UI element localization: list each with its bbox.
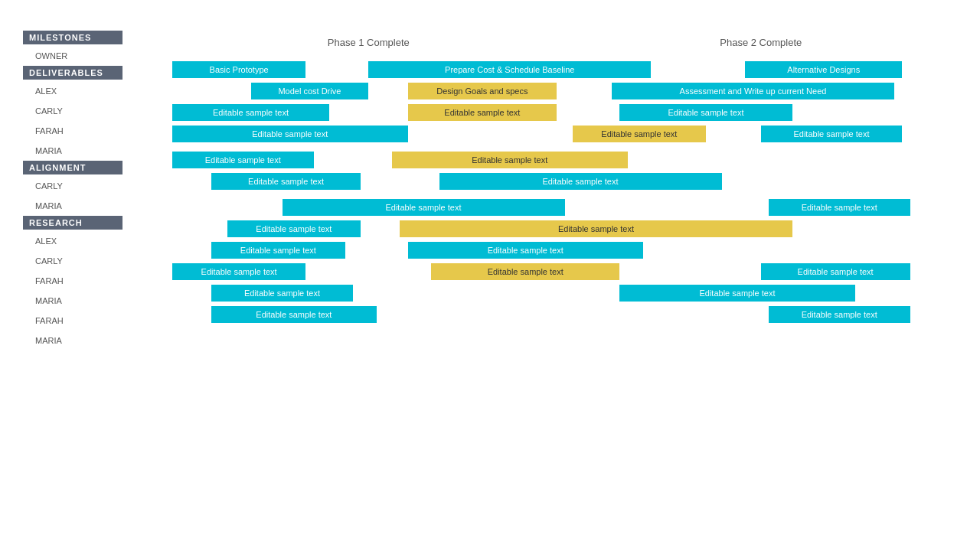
owner-label: MARIA — [23, 291, 172, 311]
owner-label: MARIA — [23, 141, 172, 161]
bar-item[interactable]: Editable sample text — [769, 199, 910, 216]
timeline: Phase 1 CompletePhase 2 CompleteBasic Pr… — [172, 31, 957, 350]
bar-item[interactable]: Editable sample text — [211, 242, 345, 259]
section-header: RESEARCH — [23, 216, 122, 230]
bar-item[interactable]: Editable sample text — [573, 126, 706, 142]
owner-label: CARLY — [23, 176, 172, 196]
bar-item[interactable]: Editable sample text — [283, 199, 565, 216]
bar-row: Editable sample textEditable sample text — [172, 240, 957, 260]
section-header: ALIGNMENT — [23, 161, 122, 174]
owner-label: CARLY — [23, 251, 172, 271]
owner-label: CARLY — [23, 101, 172, 121]
bar-item[interactable]: Editable sample text — [211, 285, 353, 302]
bar-row: Model cost DriveDesign Goals and specsAs… — [172, 81, 957, 101]
phase1-label: Phase 1 Complete — [172, 37, 565, 48]
bar-row: Editable sample textEditable sample text… — [172, 262, 957, 282]
bar-item[interactable]: Editable sample text — [619, 285, 855, 302]
bar-item[interactable]: Editable sample text — [392, 152, 628, 168]
owner-label: FARAH — [23, 311, 172, 331]
bar-item[interactable]: Editable sample text — [439, 173, 722, 190]
bar-item[interactable]: Editable sample text — [172, 104, 329, 121]
page: MILESTONESOWNERDELIVERABLESALEXCARLYFARA… — [0, 0, 980, 551]
bar-item[interactable]: Editable sample text — [408, 104, 557, 121]
phase2-label: Phase 2 Complete — [565, 37, 958, 48]
main-content: MILESTONESOWNERDELIVERABLESALEXCARLYFARA… — [23, 31, 957, 350]
bar-row: Basic PrototypePrepare Cost & Schedule B… — [172, 60, 957, 80]
sidebar: MILESTONESOWNERDELIVERABLESALEXCARLYFARA… — [23, 31, 172, 350]
owner-label: ALEX — [23, 231, 172, 251]
bar-item[interactable]: Editable sample text — [172, 126, 408, 142]
bar-item[interactable]: Alternative Designs — [745, 61, 902, 78]
bar-item[interactable]: Editable sample text — [408, 242, 644, 259]
owner-label: MARIA — [23, 331, 172, 350]
owner-label: OWNER — [23, 46, 172, 66]
bar-item[interactable]: Editable sample text — [761, 126, 903, 142]
owner-label: FARAH — [23, 121, 172, 141]
bar-row: Editable sample textEditable sample text — [172, 197, 957, 217]
bar-row: Editable sample textEditable sample text — [172, 171, 957, 191]
bar-row: Editable sample textEditable sample text… — [172, 103, 957, 122]
bar-row: Editable sample textEditable sample text — [172, 150, 957, 170]
owner-label: ALEX — [23, 81, 172, 101]
bar-item[interactable]: Editable sample text — [761, 263, 910, 280]
owner-label: MARIA — [23, 196, 172, 216]
bar-item[interactable]: Design Goals and specs — [408, 83, 557, 99]
bar-row: Editable sample textEditable sample text… — [172, 124, 957, 144]
bar-item[interactable]: Editable sample text — [619, 104, 792, 121]
bar-item[interactable]: Model cost Drive — [251, 83, 369, 99]
section-header: DELIVERABLES — [23, 66, 122, 80]
bar-row: Editable sample textEditable sample text — [172, 283, 957, 303]
milestones-timeline-row: Phase 1 CompletePhase 2 Complete — [172, 31, 957, 58]
bar-item[interactable]: Editable sample text — [227, 220, 361, 237]
bar-item[interactable]: Editable sample text — [211, 306, 376, 323]
bar-item[interactable]: Editable sample text — [769, 306, 910, 323]
bar-item[interactable]: Editable sample text — [211, 173, 361, 190]
owner-label: FARAH — [23, 271, 172, 291]
bar-item[interactable]: Editable sample text — [400, 220, 792, 237]
bar-item[interactable]: Prepare Cost & Schedule Baseline — [368, 61, 651, 78]
bar-item[interactable]: Editable sample text — [172, 263, 305, 280]
bar-item[interactable]: Editable sample text — [431, 263, 619, 280]
bar-item[interactable]: Assessment and Write up current Need — [612, 83, 894, 99]
bar-row: Editable sample textEditable sample text — [172, 305, 957, 324]
bar-item[interactable]: Basic Prototype — [172, 61, 305, 78]
bar-row: Editable sample textEditable sample text — [172, 219, 957, 239]
section-header: MILESTONES — [23, 31, 122, 44]
bar-item[interactable]: Editable sample text — [172, 152, 314, 168]
